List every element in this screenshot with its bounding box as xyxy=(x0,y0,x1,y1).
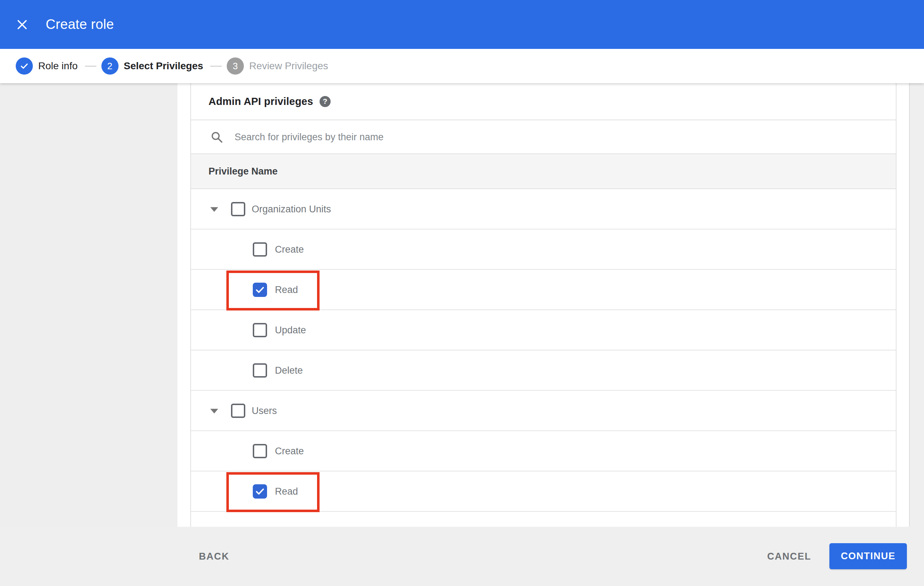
close-icon[interactable] xyxy=(16,18,28,31)
scrollbar-track[interactable] xyxy=(909,83,924,527)
privilege-label: Create xyxy=(275,445,304,456)
privilege-label: Organization Units xyxy=(252,203,331,214)
highlight-annotation-box xyxy=(226,270,320,311)
privilege-rows: Organization UnitsCreateReadUpdateDelete… xyxy=(191,189,896,527)
step-label: Role info xyxy=(38,60,78,72)
privilege-search-row xyxy=(191,120,896,154)
help-icon[interactable]: ? xyxy=(320,96,331,107)
step-number: 3 xyxy=(227,58,244,74)
collapse-arrow-icon[interactable] xyxy=(210,409,218,413)
step-connector xyxy=(210,66,222,67)
privilege-label: Update xyxy=(275,324,306,336)
search-input[interactable] xyxy=(234,120,842,154)
checkbox-organization-units[interactable] xyxy=(231,202,245,216)
privilege-row-users: Users xyxy=(191,391,896,431)
collapse-arrow-icon[interactable] xyxy=(210,207,218,212)
privilege-label: Read xyxy=(275,486,298,497)
search-icon xyxy=(211,131,223,143)
highlight-annotation-box xyxy=(226,472,320,512)
privilege-row-create: Create xyxy=(191,431,896,471)
table-header: Privilege Name xyxy=(191,154,896,189)
step-label: Select Privileges xyxy=(124,60,203,72)
checkbox-read[interactable] xyxy=(253,283,267,297)
step-select-privileges[interactable]: 2Select Privileges xyxy=(101,58,203,74)
privilege-label: Read xyxy=(275,284,298,295)
column-header-privilege-name: Privilege Name xyxy=(208,166,278,177)
privilege-row-create: Create xyxy=(191,229,896,270)
left-pane xyxy=(0,83,177,527)
privilege-label: Users xyxy=(252,405,277,416)
checkbox-read[interactable] xyxy=(253,484,267,499)
checkbox-users[interactable] xyxy=(231,403,245,418)
step-role-info[interactable]: Role info xyxy=(16,58,78,74)
dialog-header: Create role xyxy=(0,0,924,49)
privilege-row-organization-units: Organization Units xyxy=(191,189,896,229)
privileges-card: Admin API privileges ? Privilege Name Or… xyxy=(190,83,896,527)
step-number: 2 xyxy=(101,58,119,74)
footer-bar: BACK CANCEL CONTINUE xyxy=(0,527,924,586)
card-title-row: Admin API privileges ? xyxy=(191,83,896,120)
continue-button[interactable]: CONTINUE xyxy=(829,543,907,569)
privilege-row-partial xyxy=(191,512,896,527)
dialog-title: Create role xyxy=(46,17,114,32)
privilege-row-delete: Delete xyxy=(191,351,896,391)
step-check-icon xyxy=(16,58,33,74)
stepper-steps: Role info2Select Privileges3Review Privi… xyxy=(16,58,328,74)
section-title: Admin API privileges xyxy=(208,95,313,107)
privilege-row-read: Read xyxy=(191,471,896,512)
checkbox-create[interactable] xyxy=(253,242,267,257)
checkbox-delete[interactable] xyxy=(253,363,267,378)
privilege-label: Delete xyxy=(275,365,303,376)
stepper: Role info2Select Privileges3Review Privi… xyxy=(0,49,924,83)
privilege-row-update: Update xyxy=(191,310,896,351)
checkbox-create[interactable] xyxy=(253,444,267,458)
privilege-row-read: Read xyxy=(191,270,896,310)
cancel-button[interactable]: CANCEL xyxy=(767,551,811,562)
step-connector xyxy=(85,66,96,67)
privilege-label: Create xyxy=(275,244,304,255)
step-review-privileges: 3Review Privileges xyxy=(227,58,328,74)
back-button[interactable]: BACK xyxy=(199,551,229,562)
step-label: Review Privileges xyxy=(249,60,328,72)
checkbox-update[interactable] xyxy=(253,323,267,337)
